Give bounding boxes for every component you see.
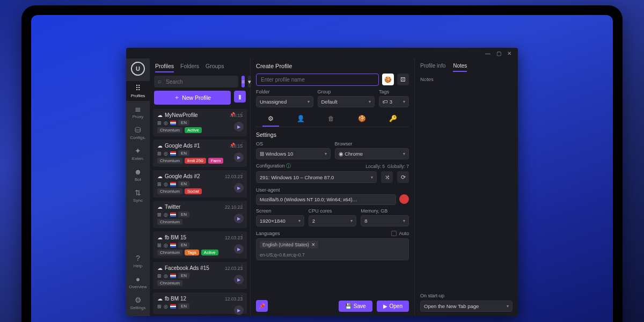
nav-bot[interactable]: ☻Bot (126, 165, 150, 185)
lang-badge: EN (178, 303, 189, 309)
tab-cookies[interactable]: 🍪 (353, 112, 371, 127)
tab-accounts[interactable]: 👤 (291, 112, 310, 127)
nav-overview[interactable]: ●Overview (126, 272, 150, 292)
settings-icon: ⚙ (135, 296, 142, 304)
profile-more-button[interactable]: ⋮ (239, 295, 245, 301)
profile-run-button[interactable]: ▶ (234, 305, 244, 315)
flag-icon (170, 151, 176, 156)
bot-icon: ☻ (134, 167, 142, 176)
search-input[interactable] (154, 76, 238, 87)
profile-tag: Farm (208, 158, 224, 164)
tab-advanced[interactable]: 🔑 (384, 112, 402, 127)
folder-select[interactable]: Unassigned▾ (256, 96, 313, 107)
tags-select[interactable]: 🏷 3▾ (379, 96, 409, 107)
sort-button[interactable]: ≡ (241, 76, 245, 87)
ua-warn-button[interactable] (399, 194, 409, 204)
lang-badge: EN (178, 273, 189, 279)
auto-language-checkbox[interactable] (391, 231, 397, 236)
profile-tag: Active (201, 250, 218, 255)
tab-profile-info[interactable]: Profile info (420, 63, 445, 72)
nav-settings[interactable]: ⚙Settings (126, 293, 150, 313)
languages-input[interactable]: English (United States) ✕ en-US;q=0.8,en… (256, 238, 409, 260)
window-minimize-button[interactable]: — (482, 50, 493, 56)
profile-tag: Chromium (157, 219, 182, 225)
random-button[interactable]: ⚄ (397, 74, 409, 85)
cookie-import-button[interactable]: 🍪 (382, 74, 394, 85)
filter-button[interactable]: ▾ (248, 76, 251, 87)
profile-run-button[interactable]: ▶ (234, 183, 244, 193)
profile-item[interactable]: ☁ fb BM 1512.03.23 ⋮ ⊞◎EN ChromiumTagsAc… (153, 231, 247, 259)
search-icon: ⌕ (158, 78, 162, 84)
tab-main-settings[interactable]: ⚙ (262, 112, 279, 127)
profile-more-button[interactable]: ⋮ (239, 172, 245, 178)
chrome-icon: ◎ (164, 120, 168, 126)
refresh-config-button[interactable]: ⟳ (397, 171, 409, 183)
memory-select[interactable]: 8▾ (361, 215, 409, 226)
profile-more-button[interactable]: ⋮ (239, 233, 245, 239)
nav-sync[interactable]: ⇅Sync (126, 186, 150, 206)
pin-button[interactable]: 📌 (256, 300, 268, 312)
profile-item[interactable]: ☁ Google Ads #116:15 📌 ⋮ ⊞◎EN Chromiumli… (153, 140, 247, 167)
tab-profiles[interactable]: Profiles (155, 63, 174, 72)
tab-groups[interactable]: Groups (206, 63, 224, 72)
nav-proxy[interactable]: ≣Proxy (126, 102, 150, 122)
profile-item[interactable]: ☁ MyNewProfile16:15 📌 ⋮ ⊞◎EN ChromiumAct… (153, 109, 247, 136)
window-close-button[interactable]: ✕ (504, 50, 515, 56)
new-profile-button[interactable]: ＋New Profile (154, 91, 231, 105)
notes-area[interactable]: Notes (420, 76, 513, 293)
profile-item[interactable]: ☁ Twitter22.10.22 ⋮ ⊞◎EN Chromium ▶ (153, 201, 247, 228)
play-icon: ▶ (383, 303, 387, 309)
lang-badge: EN (178, 242, 189, 248)
flag-icon (170, 182, 176, 186)
tab-notes[interactable]: Notes (453, 63, 467, 72)
profile-item[interactable]: ☁ fb BM 1212.03.23 ⋮ ⊞◎EN ▶ (153, 292, 247, 314)
help-icon: ? (136, 254, 140, 262)
profile-more-button[interactable]: ⋮ (239, 264, 245, 270)
profile-more-button[interactable]: ⋮ (239, 142, 245, 148)
cloud-icon: ☁ (157, 173, 163, 179)
save-button[interactable]: 💾Save (339, 301, 372, 312)
os-select[interactable]: ⊞ Windows 10▾ (256, 148, 331, 159)
browser-select[interactable]: ◉ Chrome▾ (335, 148, 409, 159)
lang-badge: EN (178, 120, 189, 126)
profile-run-button[interactable]: ▶ (234, 122, 244, 131)
profiles-icon: ⠿ (135, 84, 141, 92)
screen-select[interactable]: 1920×1840▾ (256, 215, 304, 226)
profile-run-button[interactable]: ▶ (234, 244, 244, 254)
tab-storage[interactable]: 🗑 (323, 112, 340, 127)
profile-item[interactable]: ☁ Google Ads #212.03.23 ⋮ ⊞◎EN ChromiumS… (153, 170, 247, 197)
profile-tag: Chromium (157, 188, 182, 194)
profile-list[interactable]: ☁ MyNewProfile16:15 📌 ⋮ ⊞◎EN ChromiumAct… (150, 109, 250, 316)
lang-badge: EN (178, 181, 189, 187)
nav-help[interactable]: ?Help (126, 251, 150, 271)
group-select[interactable]: Default▾ (318, 96, 375, 107)
windows-icon: ⊞ (157, 120, 162, 126)
nav-configs[interactable]: ⛁Configs. (126, 123, 150, 143)
windows-icon: ⊞ (157, 151, 162, 156)
profile-name-input[interactable] (256, 74, 379, 86)
profile-more-button[interactable]: ⋮ (239, 203, 245, 209)
nav-profiles[interactable]: ⠿Profiles (126, 81, 150, 101)
profile-run-button[interactable]: ▶ (234, 214, 244, 223)
remove-lang-icon[interactable]: ✕ (311, 242, 316, 247)
new-profile-menu-button[interactable]: ▮ (234, 91, 246, 103)
pin-icon: 📌 (230, 112, 235, 117)
flag-icon (170, 213, 176, 217)
editor-tabs: ⚙ 👤 🗑 🍪 🔑 (256, 112, 409, 127)
window-maximize-button[interactable]: ▢ (493, 50, 504, 56)
startup-select[interactable]: Open the New Tab page▾ (420, 301, 513, 312)
cloud-icon: ☁ (157, 204, 163, 210)
chrome-icon: ◎ (164, 181, 168, 187)
nav-extensions[interactable]: ✦Exten. (126, 144, 150, 164)
profile-item[interactable]: ☁ Facebook Ads #1512.03.23 ⋮ ⊞◎EN Chromi… (153, 262, 247, 289)
cpu-select[interactable]: 2▾ (309, 215, 357, 226)
open-button[interactable]: ▶Open (377, 301, 409, 312)
configuration-select[interactable]: 291: Windows 10 – Chrome 87.0▾ (256, 171, 377, 183)
profile-run-button[interactable]: ▶ (234, 152, 244, 162)
tab-folders[interactable]: Folders (180, 63, 199, 72)
user-agent-input[interactable]: Mozilla/5.0 (Windows NT 10.0; Win64; x64… (256, 194, 396, 205)
shuffle-config-button[interactable]: ⤮ (381, 171, 393, 183)
profile-more-button[interactable]: ⋮ (239, 111, 245, 117)
proxy-icon: ≣ (135, 105, 141, 113)
profile-run-button[interactable]: ▶ (234, 275, 244, 284)
